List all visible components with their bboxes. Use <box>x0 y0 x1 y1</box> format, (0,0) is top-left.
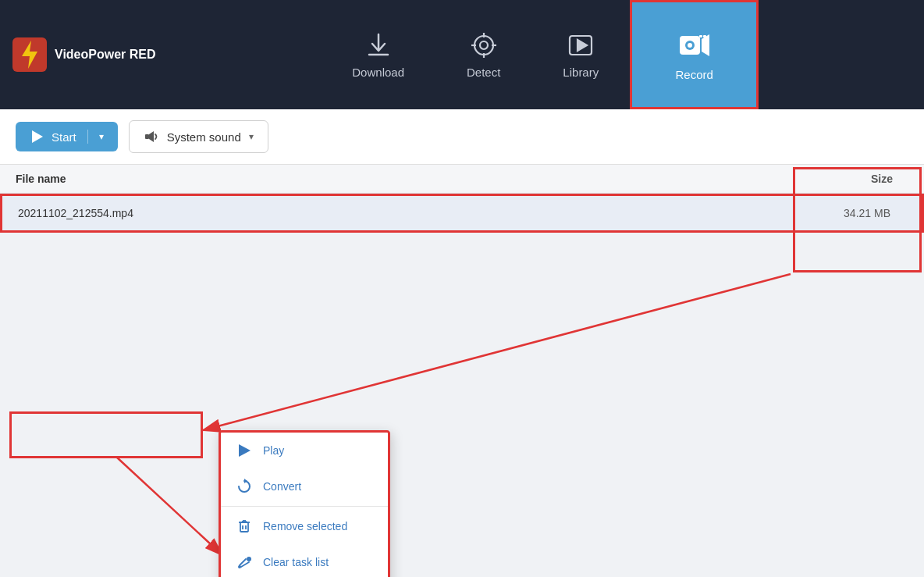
menu-item-clear[interactable]: Clear task list <box>221 544 388 577</box>
col-filename-header: File name <box>16 173 784 185</box>
svg-marker-21 <box>244 479 247 483</box>
main-content: File name Size 20211102_212554.mp4 34.21… <box>0 165 924 233</box>
tab-library[interactable]: Library <box>531 0 630 109</box>
svg-point-14 <box>688 43 692 48</box>
chevron-down-icon: ▾ <box>99 131 104 142</box>
tab-download[interactable]: Download <box>321 0 435 109</box>
sound-label: System sound <box>167 130 241 144</box>
table-header: File name Size <box>0 165 924 194</box>
trash-icon <box>236 518 252 534</box>
svg-marker-10 <box>578 40 587 51</box>
svg-marker-12 <box>702 34 709 56</box>
detect-icon <box>470 31 498 59</box>
tab-detect[interactable]: Detect <box>435 0 531 109</box>
library-icon <box>567 31 595 59</box>
menu-play-label: Play <box>263 444 284 457</box>
menu-item-convert[interactable]: Convert <box>221 468 388 504</box>
nav-tabs: Download Detect Library <box>156 0 924 109</box>
svg-rect-15 <box>699 35 702 37</box>
svg-rect-22 <box>240 522 248 532</box>
sound-chevron-icon: ▾ <box>249 131 254 142</box>
svg-rect-16 <box>703 35 706 37</box>
convert-menu-icon <box>236 479 252 494</box>
sound-icon <box>144 129 159 144</box>
record-icon <box>678 29 711 62</box>
toolbar: Start ▾ System sound ▾ <box>0 109 924 165</box>
menu-convert-label: Convert <box>263 480 301 493</box>
tab-download-label: Download <box>352 66 404 79</box>
play-menu-icon <box>236 443 252 458</box>
start-label: Start <box>52 130 76 144</box>
tab-record[interactable]: Record <box>630 0 759 109</box>
table-row[interactable]: 20211102_212554.mp4 34.21 MB <box>0 194 924 233</box>
clear-icon <box>236 554 252 570</box>
logo-area: VideoPower RED <box>12 37 156 72</box>
svg-marker-17 <box>32 130 43 143</box>
menu-remove-label: Remove selected <box>263 520 347 532</box>
svg-point-29 <box>247 557 251 561</box>
svg-marker-19 <box>149 131 154 142</box>
row-filename: 20211102_212554.mp4 <box>18 207 781 219</box>
button-divider <box>87 130 88 144</box>
menu-divider-1 <box>221 506 388 507</box>
svg-point-3 <box>474 36 493 55</box>
play-icon <box>30 130 44 144</box>
menu-clear-label: Clear task list <box>263 556 329 568</box>
context-menu: Play Convert Remove selected <box>219 430 390 577</box>
svg-rect-18 <box>145 134 149 139</box>
download-icon <box>364 31 393 59</box>
svg-marker-20 <box>239 444 251 457</box>
svg-point-4 <box>480 41 488 49</box>
col-size-header: Size <box>784 173 908 185</box>
app-title: VideoPower RED <box>55 48 156 62</box>
svg-line-34 <box>117 458 222 555</box>
tab-library-label: Library <box>563 66 599 79</box>
app-header: VideoPower RED Download Detect <box>0 0 924 109</box>
row-size: 34.21 MB <box>781 207 906 219</box>
menu-item-remove[interactable]: Remove selected <box>221 508 388 544</box>
filename-highlight-box <box>9 411 203 458</box>
svg-line-33 <box>203 274 791 430</box>
start-button[interactable]: Start ▾ <box>16 122 118 151</box>
sound-button[interactable]: System sound ▾ <box>129 120 268 153</box>
app-logo-icon <box>12 37 47 72</box>
tab-record-label: Record <box>676 68 713 81</box>
svg-point-30 <box>238 565 241 568</box>
tab-detect-label: Detect <box>467 66 500 79</box>
menu-item-play[interactable]: Play <box>221 433 388 468</box>
